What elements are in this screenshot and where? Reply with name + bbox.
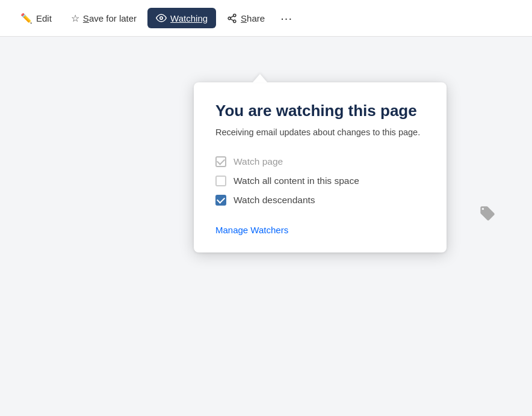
popover-subtitle: Receiving email updates about changes to… [215,126,425,139]
tag-icon [479,205,496,222]
share-button[interactable]: Share [218,8,273,28]
svg-point-0 [160,17,163,20]
watch-descendants-option[interactable]: Watch descendants [215,195,425,206]
popover-wrapper: You are watching this page Receiving ema… [194,74,447,252]
edit-icon: ✏️ [20,13,32,24]
watch-options: Watch page Watch all content in this spa… [215,156,425,206]
save-for-later-button[interactable]: ☆ Save for later [63,8,145,29]
watching-popover: You are watching this page Receiving ema… [194,82,447,252]
edit-button[interactable]: ✏️ Edit [12,8,60,29]
watch-page-checkbox[interactable] [215,156,226,167]
watch-space-checkbox[interactable] [215,176,226,186]
manage-watchers-link[interactable]: Manage Watchers [215,225,288,235]
watching-label: Watching [170,13,208,23]
svg-line-5 [230,16,234,17]
watching-button[interactable]: Watching [147,8,216,28]
share-icon [227,13,237,23]
svg-line-4 [230,19,234,20]
watch-page-option[interactable]: Watch page [215,156,425,167]
watch-space-option[interactable]: Watch all content in this space [215,176,425,186]
watch-space-label: Watch all content in this space [234,176,359,186]
tag-icon-wrapper [479,205,496,224]
watch-descendants-checkbox[interactable] [215,195,226,206]
star-icon: ☆ [71,13,79,24]
page-content: You are watching this page Receiving ema… [0,37,532,416]
watch-descendants-label: Watch descendants [234,195,315,206]
eye-icon [156,13,167,23]
share-label: Share [241,13,265,23]
more-icon: ··· [280,11,292,25]
watch-page-label: Watch page [234,156,283,167]
edit-label: Edit [36,13,52,23]
save-label: Save for later [83,13,137,23]
popover-title: You are watching this page [215,102,425,120]
toolbar: ✏️ Edit ☆ Save for later Watching Share … [0,0,532,37]
more-options-button[interactable]: ··· [276,7,297,29]
popover-arrow [253,74,267,82]
